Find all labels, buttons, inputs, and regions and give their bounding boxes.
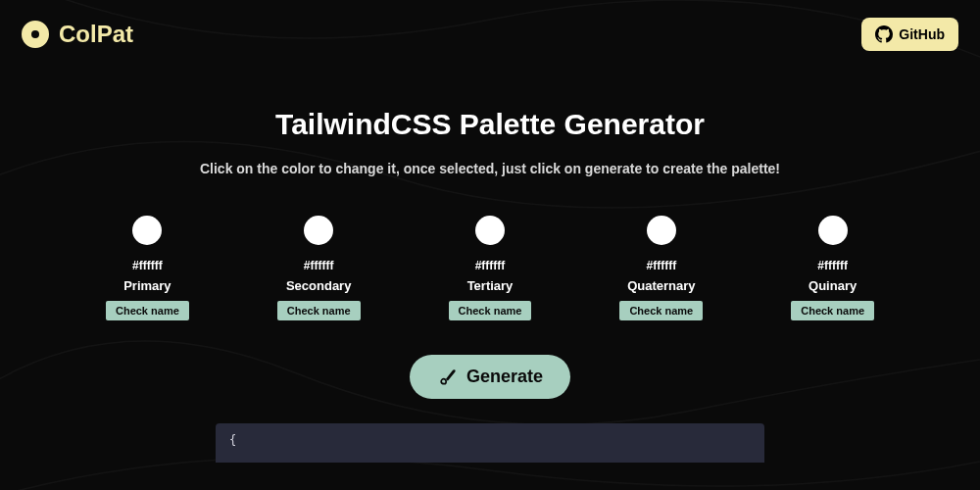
color-circle[interactable] (475, 216, 505, 245)
color-circle[interactable] (304, 216, 333, 245)
hex-label: #ffffff (304, 259, 334, 272)
logo[interactable]: ColPat (22, 21, 133, 48)
hex-label: #ffffff (475, 259, 506, 272)
check-name-button[interactable]: Check name (791, 301, 874, 320)
hex-label: #ffffff (646, 259, 676, 272)
color-circle[interactable] (818, 216, 848, 245)
page-title: TailwindCSS Palette Generator (20, 108, 960, 141)
generate-button[interactable]: Generate (410, 355, 570, 399)
role-label: Primary (123, 278, 171, 293)
swatch-tertiary: #ffffff Tertiary Check name (449, 216, 532, 320)
code-preview: { (216, 423, 764, 463)
swatch-quaternary: #ffffff Quaternary Check name (619, 216, 703, 320)
generate-label: Generate (466, 367, 543, 387)
github-icon (875, 25, 893, 43)
paintbrush-icon (437, 368, 457, 387)
role-label: Quaternary (627, 278, 695, 293)
color-circle[interactable] (132, 216, 162, 245)
logo-icon (22, 21, 49, 48)
main-content: TailwindCSS Palette Generator Click on t… (0, 69, 980, 463)
role-label: Quinary (808, 278, 857, 293)
role-label: Tertiary (467, 278, 514, 293)
check-name-button[interactable]: Check name (619, 301, 703, 320)
role-label: Secondary (286, 278, 351, 293)
hex-label: #ffffff (817, 259, 848, 272)
swatch-primary: #ffffff Primary Check name (106, 216, 189, 320)
header: ColPat GitHub (0, 0, 980, 69)
check-name-button[interactable]: Check name (277, 301, 361, 320)
color-circle[interactable] (647, 216, 676, 245)
check-name-button[interactable]: Check name (449, 301, 532, 320)
page-subtitle: Click on the color to change it, once se… (20, 161, 960, 176)
hex-label: #ffffff (132, 259, 163, 272)
swatch-secondary: #ffffff Secondary Check name (277, 216, 361, 320)
github-label: GitHub (899, 26, 945, 42)
github-link[interactable]: GitHub (861, 18, 958, 51)
swatch-quinary: #ffffff Quinary Check name (791, 216, 874, 320)
code-line: { (229, 433, 236, 447)
check-name-button[interactable]: Check name (106, 301, 189, 320)
swatch-row: #ffffff Primary Check name #ffffff Secon… (20, 216, 960, 320)
logo-text: ColPat (59, 21, 133, 48)
